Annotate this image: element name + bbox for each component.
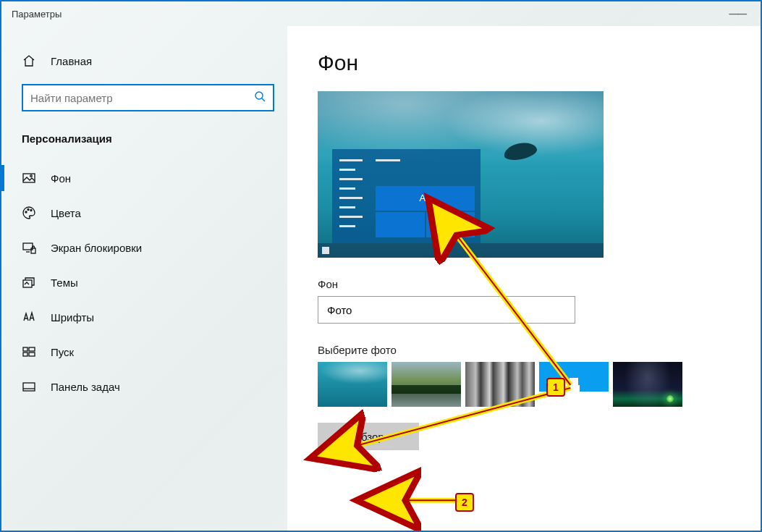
window-title: Параметры [12,9,62,20]
wallpaper-thumb[interactable] [465,362,535,407]
svg-rect-8 [23,280,32,287]
page-title: Фон [318,51,761,75]
svg-point-4 [27,209,29,211]
search-input[interactable] [30,92,254,104]
svg-rect-9 [23,347,27,351]
start-icon [22,345,36,359]
settings-window: Параметры ── Главная [0,0,762,532]
svg-point-5 [30,210,32,211]
preview-taskbar [318,243,604,258]
svg-rect-13 [23,383,35,391]
main-panel: Фон Aa Фон [287,26,761,531]
sidebar-item-lockscreen[interactable]: Экран блокировки [1,230,287,265]
fonts-icon [22,310,36,324]
minimize-button[interactable]: ── [724,7,750,22]
annotation-badge-1: 1 [546,378,565,397]
sidebar-item-themes[interactable]: Темы [1,265,287,300]
sidebar-item-label: Пуск [51,346,74,358]
sidebar-category-label: Персонализация [22,132,112,145]
preview-start-menu: Aa [332,149,481,243]
dropdown-value: Фото [327,304,352,316]
sidebar-item-label: Цвета [51,207,81,219]
svg-rect-11 [23,352,27,356]
lockscreen-icon [22,240,36,255]
sidebar-item-label: Панель задач [51,381,120,393]
title-bar: Параметры ── [1,1,761,26]
sidebar-item-label: Шрифты [51,311,94,324]
sidebar-item-label: Темы [51,276,78,289]
svg-rect-10 [29,347,35,351]
svg-rect-1 [23,174,35,182]
taskbar-icon [22,379,36,394]
search-icon [254,90,266,105]
sidebar-item-start[interactable]: Пуск [1,334,287,369]
photo-thumbnails [318,362,761,407]
home-icon [22,54,36,68]
nav-home[interactable]: Главная [1,43,287,78]
nav-home-label: Главная [51,55,92,67]
browse-button[interactable]: Обзор [318,423,419,450]
svg-point-0 [255,92,263,99]
svg-point-2 [30,175,33,177]
desktop-preview: Aa [318,91,604,258]
wallpaper-thumb[interactable] [318,362,387,407]
wallpaper-thumb[interactable] [613,362,682,407]
wallpaper-thumb[interactable] [391,362,461,407]
sidebar-item-label: Экран блокировки [51,242,142,254]
sidebar-category: Персонализация [1,126,287,151]
sidebar-item-colors[interactable]: Цвета [1,195,287,230]
themes-icon [22,275,36,290]
svg-point-3 [25,211,27,213]
sidebar-item-label: Фон [51,172,71,185]
background-mode-label: Фон [318,278,761,290]
svg-rect-7 [31,248,35,253]
choose-photo-label: Выберите фото [318,344,761,356]
search-box[interactable] [22,84,274,111]
background-mode-dropdown[interactable]: Фото [318,296,575,324]
sidebar-item-fonts[interactable]: Шрифты [1,300,287,334]
sidebar: Главная Персонализация Ф [1,26,287,531]
picture-icon [22,171,36,185]
sidebar-item-taskbar[interactable]: Панель задач [1,369,287,404]
preview-tile-sample: Aa [376,186,475,211]
svg-rect-12 [29,352,35,356]
annotation-badge-2: 2 [455,493,474,512]
palette-icon [22,206,36,220]
sidebar-item-background[interactable]: Фон [1,161,287,195]
